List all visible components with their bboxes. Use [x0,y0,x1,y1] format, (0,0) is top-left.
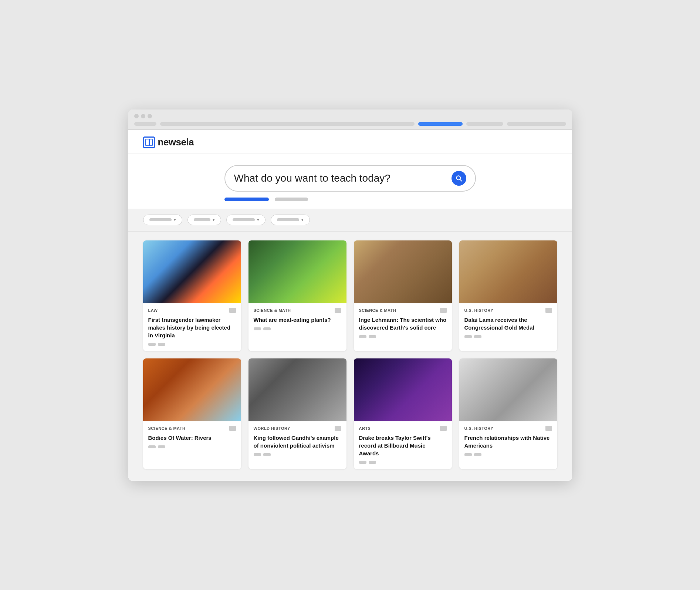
tab-active[interactable] [224,198,269,201]
svg-rect-0 [146,139,152,146]
card-title-4: Dalai Lama receives the Congressional Go… [464,316,552,331]
filter-dropdown-1[interactable] [143,215,182,225]
article-card-7[interactable]: ARTS Drake breaks Taylor Swift's record … [354,358,452,469]
card-bookmark-4[interactable] [545,308,552,313]
card-category-1: LAW [148,308,236,313]
card-category-3: SCIENCE & MATH [359,308,447,313]
browser-window: newsela What do you want to teach today? [128,109,572,481]
card-category-5: SCIENCE & MATH [148,426,236,431]
card-body-4: U.S. HISTORY Dalai Lama receives the Con… [459,303,557,343]
window-controls [134,114,566,118]
card-image-2 [248,240,346,303]
card-footer-bar-7a [359,461,366,464]
card-title-8: French relationships with Native America… [464,434,552,449]
filter-label-2 [194,218,210,221]
card-footer-bar-6a [254,453,261,456]
close-dot[interactable] [134,114,139,118]
address-bar[interactable] [160,122,415,126]
card-bookmark-3[interactable] [440,308,447,313]
maximize-dot[interactable] [148,114,152,118]
card-title-3: Inge Lehmann: The scientist who discover… [359,316,447,331]
card-footer-bar-1b [158,343,165,346]
logo[interactable]: newsela [143,136,194,148]
card-image-6 [248,358,346,421]
filter-label-1 [149,218,172,221]
search-placeholder-text: What do you want to teach today? [234,172,390,184]
card-body-5: SCIENCE & MATH Bodies Of Water: Rivers [143,421,241,454]
article-card-3[interactable]: SCIENCE & MATH Inge Lehmann: The scienti… [354,240,452,351]
card-category-7: ARTS [359,426,447,431]
card-bookmark-1[interactable] [229,308,236,313]
card-image-1 [143,240,241,303]
tab2[interactable] [466,122,503,126]
browser-toolbar [134,122,566,126]
card-bookmark-2[interactable] [335,308,341,313]
card-bookmark-8[interactable] [545,426,552,431]
card-image-5 [143,358,241,421]
article-card-6[interactable]: WORLD HISTORY King followed Gandhi's exa… [248,358,346,469]
card-footer-bar-2a [254,327,261,330]
tab-inactive[interactable] [275,198,308,201]
card-title-5: Bodies Of Water: Rivers [148,434,236,442]
card-footer-bar-7b [369,461,376,464]
back-forward-bar [134,122,156,126]
browser-chrome [128,109,572,130]
card-footer-bar-5a [148,445,156,448]
card-footer-1 [148,343,236,346]
card-bookmark-5[interactable] [229,426,236,431]
card-category-8: U.S. HISTORY [464,426,552,431]
article-card-2[interactable]: SCIENCE & MATH What are meat-eating plan… [248,240,346,351]
minimize-dot[interactable] [141,114,145,118]
card-footer-bar-6b [263,453,271,456]
card-category-4: U.S. HISTORY [464,308,552,313]
card-footer-bar-3b [369,335,376,338]
filter-dropdown-4[interactable] [271,215,310,225]
card-title-6: King followed Gandhi's example of nonvio… [254,434,341,449]
search-icon [455,175,463,182]
card-footer-bar-8b [474,453,481,456]
card-footer-bar-4b [474,335,481,338]
card-footer-6 [254,453,341,456]
card-title-7: Drake breaks Taylor Swift's record at Bi… [359,434,447,457]
card-category-2: SCIENCE & MATH [254,308,341,313]
article-card-4[interactable]: U.S. HISTORY Dalai Lama receives the Con… [459,240,557,351]
card-title-1: First transgender lawmaker makes history… [148,316,236,339]
card-body-2: SCIENCE & MATH What are meat-eating plan… [248,303,346,336]
search-button[interactable] [452,171,466,186]
card-body-8: U.S. HISTORY French relationships with N… [459,421,557,461]
card-footer-5 [148,445,236,448]
articles-grid-section: LAW First transgender lawmaker makes his… [128,232,572,481]
card-footer-bar-2b [263,327,271,330]
card-footer-bar-4a [464,335,472,338]
card-image-7 [354,358,452,421]
articles-grid: LAW First transgender lawmaker makes his… [143,240,557,469]
svg-line-3 [460,179,461,181]
search-bar[interactable]: What do you want to teach today? [224,165,476,192]
article-card-1[interactable]: LAW First transgender lawmaker makes his… [143,240,241,351]
card-body-1: LAW First transgender lawmaker makes his… [143,303,241,351]
tab3[interactable] [507,122,566,126]
card-body-3: SCIENCE & MATH Inge Lehmann: The scienti… [354,303,452,343]
card-image-8 [459,358,557,421]
card-footer-bar-3a [359,335,366,338]
page-content: newsela What do you want to teach today? [128,130,572,481]
filter-dropdown-2[interactable] [187,215,221,225]
logo-text: newsela [158,136,194,148]
card-footer-bar-1a [148,343,156,346]
card-image-4 [459,240,557,303]
filter-label-4 [277,218,299,221]
card-footer-3 [359,335,447,338]
card-footer-bar-8a [464,453,472,456]
site-header: newsela [128,130,572,154]
card-bookmark-7[interactable] [440,426,447,431]
search-area: What do you want to teach today? [128,154,572,209]
card-image-3 [354,240,452,303]
card-bookmark-6[interactable] [335,426,341,431]
active-tab[interactable] [418,122,463,126]
filter-dropdown-3[interactable] [226,215,266,225]
article-card-5[interactable]: SCIENCE & MATH Bodies Of Water: Rivers [143,358,241,469]
card-title-2: What are meat-eating plants? [254,316,341,324]
article-card-8[interactable]: U.S. HISTORY French relationships with N… [459,358,557,469]
card-body-7: ARTS Drake breaks Taylor Swift's record … [354,421,452,469]
card-footer-8 [464,453,552,456]
